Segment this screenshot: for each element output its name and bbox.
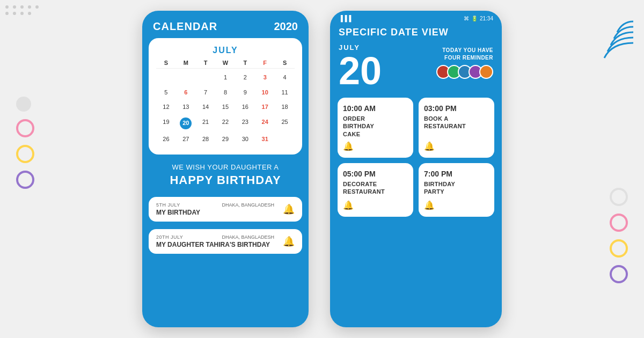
birthday-main-text: HAPPY BIRTHDAY xyxy=(149,173,302,187)
tile-desc-1: ORDERBIRTHDAYCAKE xyxy=(343,115,374,138)
cal-day-w: W xyxy=(216,60,236,66)
cal-cell-24: 24 xyxy=(255,115,275,131)
calendar-card: JULY S M T W T F S 1 2 3 xyxy=(149,38,302,155)
cal-day-t1: T xyxy=(196,60,216,66)
avatars-row xyxy=(436,65,493,79)
tile-desc-3: DECORATERESTAURANT xyxy=(343,180,385,197)
status-bar: ▐▐▐ ⌘ 🔋 21:34 xyxy=(330,11,502,24)
cal-row-3: 12 13 14 15 16 17 18 xyxy=(156,100,295,114)
date-big: JULY 20 xyxy=(339,43,382,90)
tile-desc-2: BOOK ARESTAURANT xyxy=(424,115,466,138)
reminder-info-2: 20TH JULY DHAKA, BANGLADESH MY DAUGHTER … xyxy=(156,234,274,248)
reminder-location-2: DHAKA, BANGLADESH xyxy=(222,234,274,240)
cal-cell: 12 xyxy=(156,100,176,114)
cal-cell: 21 xyxy=(196,115,216,131)
status-right: ⌘ 🔋 21:34 xyxy=(464,16,493,21)
cal-day-m: M xyxy=(176,60,196,66)
cal-cell xyxy=(275,133,295,146)
cal-cell: 26 xyxy=(156,133,176,146)
cal-cell-6: 6 xyxy=(176,86,196,100)
cal-cell xyxy=(156,71,176,85)
date-reminder-info: TODAY YOU HAVEFOUR REMINDER xyxy=(436,43,493,79)
cal-cell: 29 xyxy=(216,133,236,146)
cal-cell: 1 xyxy=(216,71,236,85)
cal-day-t2: T xyxy=(235,60,255,66)
reminder-info-1: 5TH JULY DHAKA, BANGLADESH MY BIRTHDAY xyxy=(156,202,274,216)
avatar-5 xyxy=(479,65,493,79)
cal-cell-10: 10 xyxy=(255,86,275,100)
bg-lines-decoration xyxy=(590,16,633,61)
cal-cell: 27 xyxy=(176,133,196,146)
tile-time-1: 10:00 AM xyxy=(343,104,376,113)
birthday-message: WE WISH YOUR DAUGHTER A HAPPY BIRTHDAY xyxy=(142,155,309,193)
cal-row-4: 19 20 21 22 23 24 25 xyxy=(156,115,295,131)
calendar-month: JULY xyxy=(156,46,295,55)
cal-cell: 22 xyxy=(216,115,236,131)
reminder-tile-2[interactable]: 03:00 PM BOOK ARESTAURANT 🔔 xyxy=(419,98,494,158)
cal-cell-17: 17 xyxy=(255,100,275,114)
phone-calendar: CALENDAR 2020 JULY S M T W T F S xyxy=(142,11,309,327)
battery-icon: 🔋 xyxy=(471,16,478,21)
reminder-title-1: MY BIRTHDAY xyxy=(156,209,274,216)
calendar-grid: S M T W T F S 1 2 3 4 xyxy=(156,60,295,146)
bg-circles-left xyxy=(16,97,34,189)
main-container: CALENDAR 2020 JULY S M T W T F S xyxy=(0,0,644,338)
bell-icon-1: 🔔 xyxy=(283,203,295,215)
reminder-card-2: 20TH JULY DHAKA, BANGLADESH MY DAUGHTER … xyxy=(149,229,302,254)
reminder-tile-4[interactable]: 7:00 PM BIRTHDAYPARTY 🔔 xyxy=(419,163,494,217)
cal-cell-31: 31 xyxy=(255,133,275,146)
cal-cell: 13 xyxy=(176,100,196,114)
tile-time-4: 7:00 PM xyxy=(424,170,452,178)
calendar-header-row: S M T W T F S xyxy=(156,60,295,69)
cal-cell: 16 xyxy=(235,100,255,114)
bg-dots xyxy=(5,5,40,15)
calendar-title: CALENDAR xyxy=(153,20,217,33)
cal-cell: 2 xyxy=(235,71,255,85)
cal-cell: 19 xyxy=(156,115,176,131)
cal-cell xyxy=(196,71,216,85)
status-time: 21:34 xyxy=(480,16,493,21)
cal-cell: 7 xyxy=(196,86,216,100)
tile-bell-1: 🔔 xyxy=(343,141,354,151)
reminder-location-1: DHAKA, BANGLADESH xyxy=(222,202,274,208)
reminder-date-1: 5TH JULY xyxy=(156,202,180,208)
reminder-tile-1[interactable]: 10:00 AM ORDERBIRTHDAYCAKE 🔔 xyxy=(338,98,413,158)
cal-day-f: F xyxy=(255,60,275,66)
date-day-number: 20 xyxy=(339,52,382,90)
cal-cell-3: 3 xyxy=(255,71,275,85)
birthday-sub-text: WE WISH YOUR DAUGHTER A xyxy=(149,163,302,171)
cal-day-s1: S xyxy=(156,60,176,66)
cal-cell xyxy=(176,71,196,85)
date-view-title: SPECIFIC DATE VIEW xyxy=(330,24,502,43)
signal-icon: ▐▐▐ xyxy=(339,15,351,21)
reminder-tile-3[interactable]: 05:00 PM DECORATERESTAURANT 🔔 xyxy=(338,163,413,217)
tile-bell-3: 🔔 xyxy=(343,200,354,210)
tile-bell-2: 🔔 xyxy=(424,141,435,151)
cal-cell: 18 xyxy=(275,100,295,114)
cal-row-5: 26 27 28 29 30 31 xyxy=(156,133,295,146)
reminder-date-2: 20TH JULY xyxy=(156,234,183,240)
cal-cell: 25 xyxy=(275,115,295,131)
calendar-year: 2020 xyxy=(274,20,298,33)
cal-highlighted-20: 20 xyxy=(180,117,192,129)
reminder-title-2: MY DAUGHTER TAHIRA'S BIRTHDAY xyxy=(156,241,274,248)
reminder-card-1: 5TH JULY DHAKA, BANGLADESH MY BIRTHDAY 🔔 xyxy=(149,197,302,222)
cal-cell: 11 xyxy=(275,86,295,100)
cal-row-2: 5 6 7 8 9 10 11 xyxy=(156,86,295,100)
cal-cell: 4 xyxy=(275,71,295,85)
cal-cell: 5 xyxy=(156,86,176,100)
cal-cell: 30 xyxy=(235,133,255,146)
reminder-count-text: TODAY YOU HAVEFOUR REMINDER xyxy=(436,47,493,62)
reminders-grid: 10:00 AM ORDERBIRTHDAYCAKE 🔔 03:00 PM BO… xyxy=(330,95,502,219)
tile-time-2: 03:00 PM xyxy=(424,104,457,113)
cal-cell-20[interactable]: 20 xyxy=(176,115,196,131)
cal-day-s2: S xyxy=(275,60,295,66)
cal-cell: 14 xyxy=(196,100,216,114)
cal-cell: 15 xyxy=(216,100,236,114)
tile-bell-4: 🔔 xyxy=(424,200,435,210)
tile-time-3: 05:00 PM xyxy=(343,170,376,178)
cal-cell: 8 xyxy=(216,86,236,100)
cal-row-1: 1 2 3 4 xyxy=(156,71,295,85)
date-hero: JULY 20 TODAY YOU HAVEFOUR REMINDER xyxy=(330,43,502,95)
bg-circles-right xyxy=(610,188,628,283)
